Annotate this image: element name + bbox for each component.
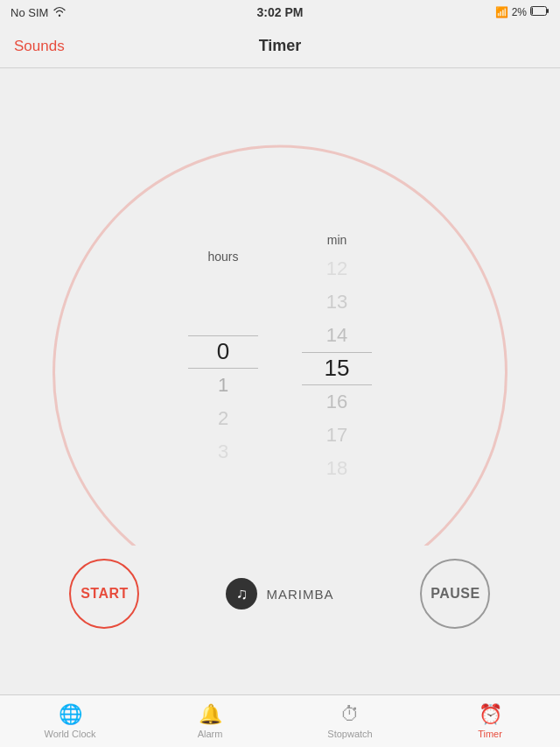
- battery-text: 2%: [512, 6, 527, 18]
- svg-rect-1: [532, 8, 534, 15]
- tab-stopwatch-label: Stopwatch: [327, 729, 372, 739]
- min-item-13[interactable]: 13: [302, 285, 372, 319]
- hours-items: 0 1 2 3: [188, 269, 258, 469]
- battery-icon: [530, 6, 550, 18]
- nav-title: Timer: [259, 37, 302, 55]
- sound-selector[interactable]: ♫ MARIMBA: [226, 578, 333, 610]
- tab-stopwatch[interactable]: ⏱ Stopwatch: [280, 695, 420, 747]
- min-item-18[interactable]: 18: [302, 452, 372, 485]
- min-item-16[interactable]: 16: [302, 385, 372, 419]
- start-button[interactable]: START: [69, 559, 139, 629]
- picker-container[interactable]: hours 0 1 2 3 min 12 13 14 15 16 17 18: [179, 252, 381, 485]
- sounds-button[interactable]: Sounds: [14, 38, 65, 55]
- hours-picker[interactable]: hours 0 1 2 3: [179, 269, 267, 469]
- hour-item-1[interactable]: 1: [188, 369, 258, 402]
- status-right: 📶 2%: [495, 6, 550, 18]
- tab-bar: 🌐 World Clock 🔔 Alarm ⏱ Stopwatch ⏰ Time…: [0, 694, 560, 747]
- main-content: hours 0 1 2 3 min 12 13 14 15 16 17 18: [0, 68, 560, 694]
- min-item-14[interactable]: 14: [302, 319, 372, 352]
- world-clock-icon: 🌐: [59, 703, 82, 726]
- hour-item-3[interactable]: 3: [188, 435, 258, 469]
- music-icon: ♫: [226, 578, 257, 610]
- status-bar: No SIM 3:02 PM 📶 2%: [0, 0, 560, 25]
- status-time: 3:02 PM: [257, 5, 304, 19]
- tab-timer-label: Timer: [478, 729, 502, 739]
- min-item-15[interactable]: 15: [302, 352, 372, 385]
- tab-world-clock[interactable]: 🌐 World Clock: [0, 695, 140, 747]
- nav-bar: Sounds Timer: [0, 25, 560, 68]
- tab-alarm[interactable]: 🔔 Alarm: [140, 695, 280, 747]
- hours-label: hours: [207, 250, 238, 264]
- sound-label: MARIMBA: [266, 587, 333, 602]
- tab-world-clock-label: World Clock: [44, 729, 95, 739]
- tab-alarm-label: Alarm: [198, 729, 223, 739]
- status-left: No SIM: [10, 5, 66, 20]
- bluetooth-icon: 📶: [495, 6, 508, 18]
- tab-timer[interactable]: ⏰ Timer: [420, 695, 560, 747]
- wifi-icon: [53, 5, 66, 20]
- hour-item-0[interactable]: 0: [188, 335, 258, 369]
- svg-rect-0: [531, 7, 547, 16]
- carrier-text: No SIM: [10, 6, 48, 19]
- minutes-label: min: [327, 233, 347, 247]
- timer-icon: ⏰: [479, 703, 502, 726]
- pause-button[interactable]: PAUSE: [420, 559, 490, 629]
- buttons-row: START ♫ MARIMBA PAUSE: [0, 546, 560, 642]
- stopwatch-icon: ⏱: [340, 703, 360, 726]
- svg-rect-2: [547, 9, 549, 13]
- minutes-items: 12 13 14 15 16 17 18: [302, 252, 372, 485]
- minutes-picker[interactable]: min 12 13 14 15 16 17 18: [293, 252, 381, 485]
- hour-item-2[interactable]: 2: [188, 402, 258, 435]
- min-item-17[interactable]: 17: [302, 419, 372, 452]
- min-item-12[interactable]: 12: [302, 252, 372, 285]
- alarm-icon: 🔔: [199, 703, 222, 726]
